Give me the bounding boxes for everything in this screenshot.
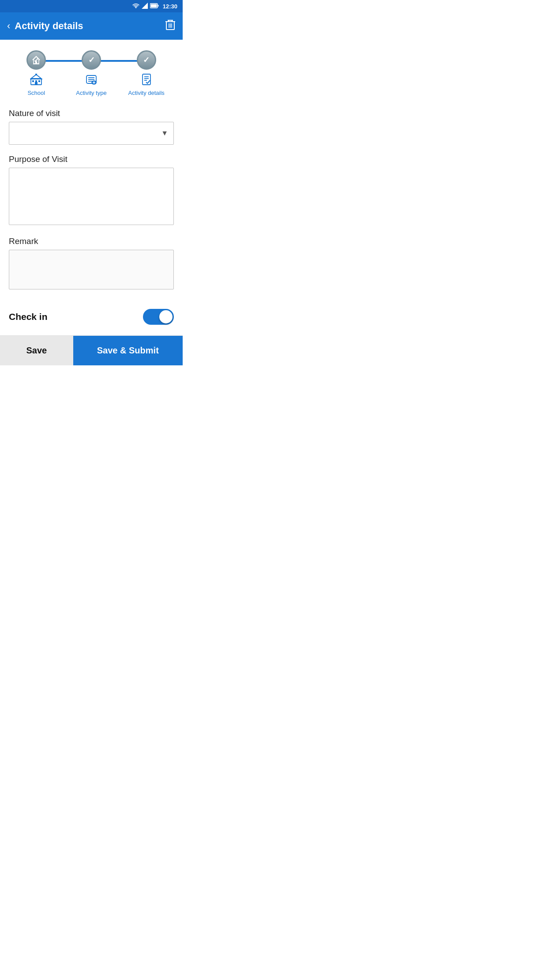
- main-content: ✓ School ✓: [0, 40, 183, 335]
- wifi-icon: [132, 3, 139, 10]
- purpose-of-visit-input[interactable]: [9, 168, 174, 225]
- svg-rect-18: [38, 80, 40, 82]
- school-icon: [30, 73, 42, 88]
- back-button[interactable]: ‹: [7, 20, 10, 32]
- svg-rect-16: [32, 80, 34, 82]
- step-label-activity-details: Activity details: [128, 90, 164, 96]
- step-circle-activity-type: ✓: [82, 50, 101, 70]
- svg-rect-3: [150, 4, 157, 7]
- activity-details-icon: [140, 73, 153, 88]
- checkin-toggle[interactable]: [143, 309, 174, 325]
- save-button[interactable]: Save: [0, 336, 73, 365]
- checkin-row: Check in: [9, 301, 174, 335]
- step-circle-activity-details: ✓: [137, 50, 156, 70]
- purpose-of-visit-group: Purpose of Visit: [9, 154, 174, 227]
- nature-of-visit-group: Nature of visit ▼: [9, 109, 174, 145]
- app-header: ‹ Activity details: [0, 12, 183, 40]
- signal-icon: [142, 3, 148, 10]
- svg-rect-4: [158, 5, 158, 7]
- step-label-activity-type: Activity type: [76, 90, 106, 96]
- svg-point-0: [135, 7, 136, 8]
- step-activity-details: ✓ Activity details: [119, 50, 174, 96]
- step-circle-school: ✓: [26, 50, 46, 70]
- svg-rect-19: [35, 82, 38, 85]
- header-left: ‹ Activity details: [7, 20, 83, 32]
- purpose-of-visit-label: Purpose of Visit: [9, 154, 174, 164]
- page-title: Activity details: [15, 20, 83, 32]
- remark-input[interactable]: [9, 250, 174, 289]
- remark-label: Remark: [9, 237, 174, 246]
- toggle-knob: [159, 310, 173, 323]
- step-label-school: School: [27, 90, 45, 96]
- footer-buttons: Save Save & Submit: [0, 335, 183, 365]
- delete-button[interactable]: [165, 19, 176, 33]
- checkin-label: Check in: [9, 312, 48, 322]
- status-time: 12:30: [163, 3, 177, 10]
- save-submit-button[interactable]: Save & Submit: [73, 336, 183, 365]
- svg-rect-17: [35, 80, 37, 82]
- battery-icon: [150, 3, 159, 10]
- nature-of-visit-label: Nature of visit: [9, 109, 174, 118]
- status-bar: 12:30: [0, 0, 183, 12]
- status-icons: 12:30: [132, 3, 177, 10]
- stepper: ✓ School ✓: [9, 50, 174, 96]
- svg-rect-21: [35, 74, 37, 75]
- step-activity-type: ✓ Activity type: [64, 50, 119, 96]
- step-school: ✓ School: [9, 50, 64, 96]
- dropdown-arrow-icon: ▼: [161, 129, 168, 137]
- activity-type-icon: [85, 73, 98, 88]
- svg-marker-1: [142, 3, 148, 9]
- nature-of-visit-dropdown[interactable]: ▼: [9, 122, 174, 145]
- remark-group: Remark: [9, 237, 174, 291]
